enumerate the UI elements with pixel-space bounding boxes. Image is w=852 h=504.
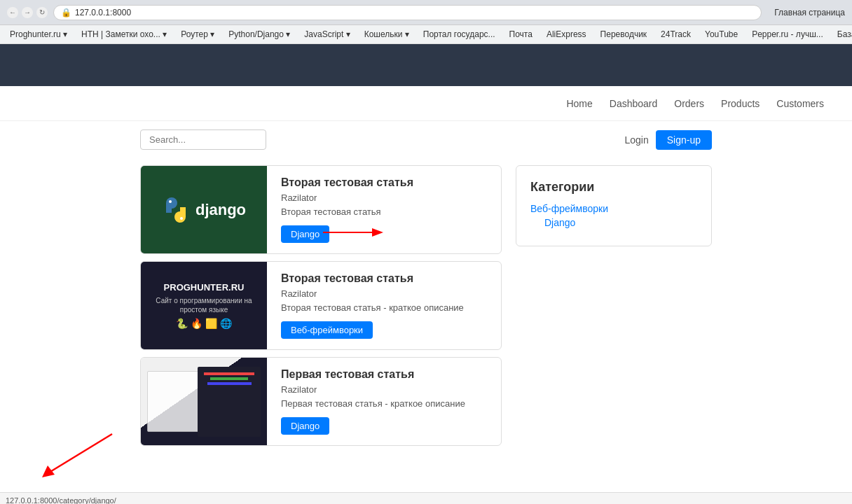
bookmark-javascript[interactable]: JavaScript ▾ <box>301 28 352 41</box>
svg-point-4 <box>169 200 172 203</box>
article-desc-2: Вторая тестовая статья - краткое описани… <box>281 302 487 313</box>
article-body-1: Вторая тестовая статья Razilator Вторая … <box>267 166 501 253</box>
bookmark-24track[interactable]: 24Track <box>658 28 694 41</box>
login-link[interactable]: Login <box>624 134 648 146</box>
code-line-1 <box>204 372 254 375</box>
proghunter-logo-sub: Сайт о программировании на простом языке <box>148 296 260 314</box>
proghunter-icons: 🐍 🔥 🟨 🌐 <box>176 318 232 329</box>
article-card-1: django Вторая тестовая статья Razilator … <box>140 165 502 254</box>
fire-icon: 🔥 <box>191 318 202 329</box>
arrow-annotation-1 <box>323 218 393 246</box>
sidebar-card: Категории Веб-фреймворки Django <box>516 165 712 246</box>
article-card-wrapper-1: django Вторая тестовая статья Razilator … <box>140 165 502 254</box>
article-author-2: Razilator <box>281 288 487 299</box>
site-nav: Home Dashboard Orders Products Customers <box>0 86 852 121</box>
django-text: django <box>195 201 246 219</box>
url-text: 127.0.0.1:8000 <box>75 8 131 18</box>
snake-icon: 🐍 <box>176 318 188 329</box>
article-image-3 <box>141 358 267 445</box>
articles-list: django Вторая тестовая статья Razilator … <box>140 165 502 446</box>
code-line-2 <box>210 377 248 380</box>
svg-rect-3 <box>180 207 186 217</box>
bookmark-wallets[interactable]: Кошельки ▾ <box>362 28 412 41</box>
svg-rect-2 <box>166 203 172 213</box>
sidebar: Категории Веб-фреймворки Django <box>516 165 712 246</box>
article-author-3: Razilator <box>281 384 487 395</box>
bookmark-mail[interactable]: Почта <box>507 28 535 41</box>
earth-icon: 🌐 <box>220 318 232 329</box>
article-desc-1: Вторая тестовая статья <box>281 206 487 217</box>
back-button[interactable]: ← <box>7 7 18 18</box>
article-author-1: Razilator <box>281 192 487 203</box>
forward-button[interactable]: → <box>22 7 33 18</box>
category-link-web[interactable]: Веб-фреймворки <box>530 203 608 214</box>
bookmark-translate[interactable]: Переводчик <box>598 28 650 41</box>
nav-dashboard[interactable]: Dashboard <box>610 98 658 109</box>
article-title-3: Первая тестовая статья <box>281 368 487 381</box>
django-tag-3[interactable]: Django <box>281 417 329 435</box>
search-login-bar: Login Sign-up <box>0 121 852 158</box>
status-bar: 127.0.0.1:8000/category/django/ <box>0 492 852 504</box>
article-card-2: PROGHUNTER.RU Сайт о программировании на… <box>140 261 502 350</box>
nav-customers[interactable]: Customers <box>776 98 824 109</box>
article-title-2: Вторая тестовая статья <box>281 272 487 285</box>
bookmark-nth[interactable]: НТН | Заметки охо... ▾ <box>78 28 170 41</box>
signup-button[interactable]: Sign-up <box>656 130 712 150</box>
bookmark-pepper[interactable]: Pepper.ru - лучш... <box>749 28 826 41</box>
category-item-web: Веб-фреймворки Django <box>530 203 697 228</box>
sub-category-link-django[interactable]: Django <box>544 217 575 228</box>
django-logo: django <box>162 196 246 224</box>
nav-products[interactable]: Products <box>721 98 760 109</box>
lock-icon: 🔒 <box>61 8 71 18</box>
proghunter-logo-title: PROGHUNTER.RU <box>164 282 245 293</box>
page-title: Главная страница <box>774 8 845 18</box>
screenshot-overlay-dark <box>198 367 261 437</box>
bookmark-youtube[interactable]: YouTube <box>702 28 741 41</box>
bookmarks-bar: Proghunter.ru ▾ НТН | Заметки охо... ▾ Р… <box>0 25 852 44</box>
browser-controls: ← → ↻ <box>7 7 48 18</box>
reload-button[interactable]: ↻ <box>36 7 48 18</box>
main-content: django Вторая тестовая статья Razilator … <box>0 158 852 453</box>
nav-orders[interactable]: Orders <box>674 98 704 109</box>
web-frameworks-tag[interactable]: Веб-фреймворки <box>281 321 373 339</box>
code-line-3 <box>207 382 252 385</box>
svg-point-5 <box>180 217 183 220</box>
article-image-2: PROGHUNTER.RU Сайт о программировании на… <box>141 262 267 349</box>
article-body-3: Первая тестовая статья Razilator Первая … <box>267 358 501 445</box>
article-card-3: Первая тестовая статья Razilator Первая … <box>140 357 502 446</box>
search-input[interactable] <box>140 130 266 150</box>
article-title-1: Вторая тестовая статья <box>281 176 487 189</box>
sidebar-categories: Веб-фреймворки Django <box>530 203 697 228</box>
address-bar[interactable]: 🔒 127.0.0.1:8000 <box>53 5 762 20</box>
django-tag-1[interactable]: Django <box>281 225 329 243</box>
bookmark-aliexpress[interactable]: AliExpress <box>544 28 589 41</box>
js-icon: 🟨 <box>205 318 217 329</box>
nav-home[interactable]: Home <box>566 98 592 109</box>
sidebar-title: Категории <box>530 180 697 195</box>
screenshot-bg <box>141 358 267 445</box>
tag-wrapper-1: Django <box>281 225 329 243</box>
site-wrapper: Home Dashboard Orders Products Customers… <box>0 44 852 492</box>
status-url: 127.0.0.1:8000/category/django/ <box>6 496 116 505</box>
article-body-2: Вторая тестовая статья Razilator Вторая … <box>267 262 501 349</box>
hero-banner <box>0 44 852 86</box>
bookmark-python-django[interactable]: Python/Django ▾ <box>226 28 293 41</box>
article-image-1: django <box>141 166 267 253</box>
sub-category-django: Django <box>544 217 697 228</box>
bookmark-courses[interactable]: База Курсов <box>834 28 852 41</box>
sub-categories: Django <box>530 217 697 228</box>
bookmark-proghunter[interactable]: Proghunter.ru ▾ <box>7 28 70 41</box>
article-desc-3: Первая тестовая статья - краткое описани… <box>281 398 487 409</box>
bookmark-router[interactable]: Роутер ▾ <box>178 28 217 41</box>
browser-chrome: ← → ↻ 🔒 127.0.0.1:8000 Главная страница <box>0 0 852 25</box>
auth-buttons: Login Sign-up <box>624 130 712 150</box>
bookmark-portal[interactable]: Портал государс... <box>420 28 498 41</box>
python-snake-icon <box>162 196 190 224</box>
